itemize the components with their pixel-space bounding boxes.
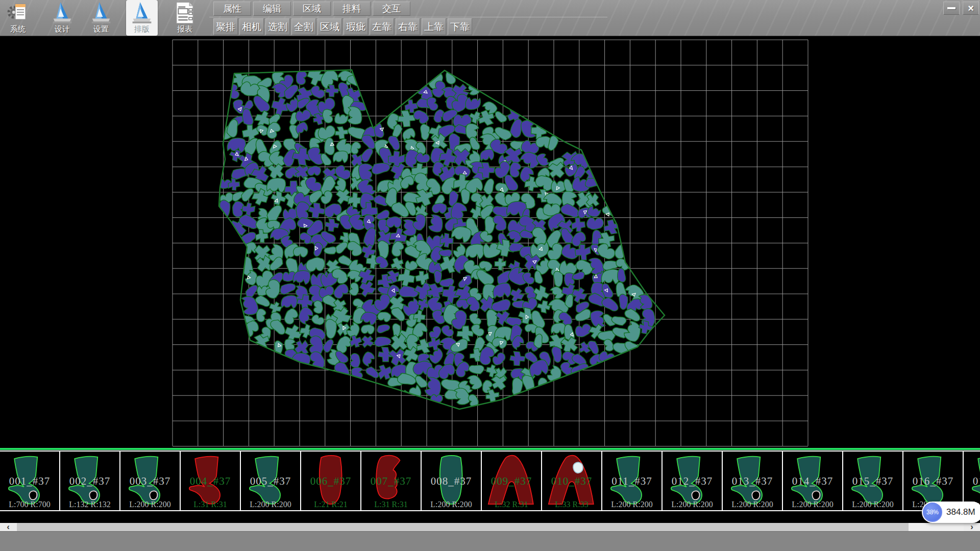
bottom-bar [0, 531, 980, 551]
app-button-design[interactable]: 设计 [46, 0, 78, 36]
part-lr-count: L:200 R:200 [422, 500, 481, 509]
tool-align-bottom[interactable]: 下靠 [448, 18, 472, 35]
app-button-label: 设计 [55, 24, 70, 34]
part-thumbnail[interactable]: 009_#37 L:32 R:31 [482, 452, 542, 510]
part-thumbnail[interactable]: 003_#37 L:200 R:200 [120, 452, 181, 510]
part-label: 004_#37 [181, 475, 240, 488]
part-lr-count: L:33 R:33 [542, 500, 601, 509]
part-label: 001_#37 [0, 475, 59, 488]
memory-value: 384.8M [946, 507, 975, 517]
part-thumbnail[interactable]: 011_#37 L:200 R:200 [602, 452, 663, 510]
part-label: 002_#37 [60, 475, 119, 488]
part-thumbnail[interactable]: 015_#37 L:200 R:200 [843, 452, 903, 510]
app-button-system[interactable]: 系统 [2, 0, 34, 36]
part-thumbnail[interactable]: 012_#37 L:200 R:200 [663, 452, 723, 510]
tool-row: 聚排 相机 选割 全割 区域 瑕疵 左靠 右靠 上靠 下靠 [213, 18, 472, 35]
menu-edit[interactable]: 编辑 [253, 2, 291, 16]
green-divider [0, 448, 980, 450]
part-lr-count: L:31 R:31 [361, 500, 421, 509]
menu-region[interactable]: 区域 [293, 2, 331, 16]
part-label: 003_#37 [120, 475, 180, 488]
toolbar-row-separator [209, 17, 607, 17]
app-button-label: 排版 [134, 24, 150, 34]
ruler-icon [131, 1, 153, 24]
tool-align-top[interactable]: 上靠 [422, 18, 446, 35]
memory-percent-circle: 38% [923, 503, 942, 522]
minimize-icon [947, 7, 955, 9]
part-label: 008_#37 [422, 475, 481, 488]
tool-select-cut[interactable]: 选割 [265, 18, 290, 35]
part-thumbnail[interactable]: 001_#37 L:700 R:700 [0, 452, 60, 510]
part-thumbnail[interactable]: 008_#37 L:200 R:200 [422, 452, 482, 510]
thumbnail-strip: 001_#37 L:700 R:700 002_#37 L:132 R:132 … [0, 450, 980, 511]
close-button[interactable]: × [963, 2, 979, 15]
tool-region[interactable]: 区域 [317, 18, 342, 35]
memory-badge[interactable]: 38% 384.8M [922, 502, 980, 523]
app-button-label: 系统 [10, 24, 26, 34]
part-lr-count: L:200 R:200 [241, 500, 300, 509]
close-icon: × [968, 3, 974, 14]
part-lr-count: L:31 R:31 [181, 500, 240, 509]
minimize-button[interactable] [943, 2, 960, 15]
tool-cluster-nest[interactable]: 聚排 [213, 18, 238, 35]
app-button-report[interactable]: 报表 [169, 0, 201, 36]
part-lr-count: L:700 R:700 [0, 500, 59, 509]
part-label: 006_#37 [301, 475, 360, 488]
part-lr-count: L:200 R:200 [843, 500, 902, 509]
part-label: 017_#37 [964, 475, 980, 488]
nesting-canvas[interactable] [0, 36, 980, 448]
part-label: 013_#37 [723, 475, 782, 488]
part-label: 010_#37 [542, 475, 601, 488]
ruler-icon [90, 1, 112, 24]
part-thumbnail[interactable]: 005_#37 L:200 R:200 [241, 452, 301, 510]
menu-nesting[interactable]: 排料 [333, 2, 371, 16]
part-lr-count: L:132 R:132 [60, 500, 119, 509]
ruler-icon [52, 1, 73, 24]
nested-pieces [214, 64, 658, 407]
part-label: 005_#37 [241, 475, 300, 488]
scrollbar-thumb[interactable] [17, 523, 909, 531]
horizontal-scrollbar[interactable]: ‹ › [0, 523, 980, 531]
report-icon [174, 1, 195, 24]
part-label: 015_#37 [843, 475, 902, 488]
part-lr-count: L:32 R:31 [482, 500, 541, 509]
tool-align-left[interactable]: 左靠 [370, 18, 394, 35]
part-thumbnail[interactable]: 002_#37 L:132 R:132 [60, 452, 120, 510]
part-thumbnail[interactable]: 010_#37 L:33 R:33 [542, 452, 602, 510]
nesting-app-window: 系统 设计 [0, 0, 980, 551]
scroll-right-icon[interactable]: › [964, 523, 980, 531]
tool-align-right[interactable]: 右靠 [396, 18, 420, 35]
scroll-left-icon[interactable]: ‹ [0, 523, 16, 531]
menu-interaction[interactable]: 交互 [373, 2, 410, 16]
part-thumbnail[interactable]: 013_#37 L:200 R:200 [723, 452, 783, 510]
part-lr-count: L:200 R:200 [120, 500, 180, 509]
part-lr-count: L:21 R:21 [301, 500, 360, 509]
gear-doc-icon [7, 1, 29, 24]
part-label: 014_#37 [783, 475, 842, 488]
part-thumbnail[interactable]: 004_#37 L:31 R:31 [181, 452, 241, 510]
app-button-layout[interactable]: 排版 [126, 0, 158, 36]
app-button-settings[interactable]: 设置 [85, 0, 117, 36]
part-lr-count: L:200 R:200 [602, 500, 662, 509]
main-toolbar: 系统 设计 [0, 0, 980, 36]
tool-camera[interactable]: 相机 [239, 18, 264, 35]
part-label: 011_#37 [602, 475, 662, 488]
part-lr-count: L:200 R:200 [723, 500, 782, 509]
app-button-label: 设置 [93, 24, 109, 34]
part-thumbnail[interactable]: 006_#37 L:21 R:21 [301, 452, 361, 510]
tool-defect[interactable]: 瑕疵 [344, 18, 368, 35]
part-label: 016_#37 [903, 475, 963, 488]
part-label: 007_#37 [361, 475, 421, 488]
part-lr-count: L:200 R:200 [663, 500, 722, 509]
tool-cut-all[interactable]: 全割 [291, 18, 316, 35]
menu-row: 属性 编辑 区域 排料 交互 [213, 2, 410, 16]
part-lr-count: L:200 R:200 [783, 500, 842, 509]
part-label: 009_#37 [482, 475, 541, 488]
app-button-label: 报表 [177, 24, 192, 34]
part-label: 012_#37 [663, 475, 722, 488]
part-thumbnail[interactable]: 007_#37 L:31 R:31 [361, 452, 422, 510]
menu-properties[interactable]: 属性 [213, 2, 251, 16]
part-thumbnail[interactable]: 014_#37 L:200 R:200 [783, 452, 843, 510]
